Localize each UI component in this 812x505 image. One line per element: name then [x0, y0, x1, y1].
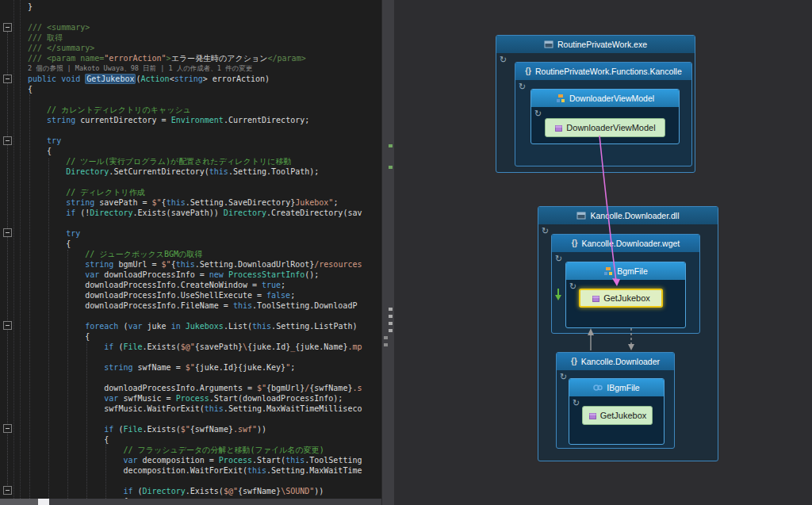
group-title: DownloaderViewModel [569, 94, 654, 103]
code-line: { [28, 331, 362, 342]
code-line: downloadProcessInfo.UseShellExecute = fa… [28, 290, 362, 300]
scrollbar-mark [384, 336, 388, 339]
code-line [28, 373, 362, 383]
assembly-icon [576, 211, 586, 220]
group-title: IBgmFile [607, 383, 639, 392]
code-line: Directory.SetCurrentDirectory(this.Setti… [28, 166, 362, 177]
group-title: RoutinePrivateWork.exe [557, 40, 647, 49]
code-line: if (File.Exists($@"{savePath}\{juke.Id}_… [28, 342, 362, 352]
namespace-icon: {} [572, 239, 578, 247]
group-header[interactable]: BgmFile [566, 262, 685, 280]
map-group-class-bgmfile[interactable]: BgmFile ↻ GetJukebox [565, 262, 686, 328]
refetch-children-icon[interactable]: ↻ [573, 399, 580, 407]
code-line: decomposition.WaitForExit(this.Setting.M… [28, 465, 362, 476]
map-group-namespace-downloader[interactable]: {} Kancolle.Downloader ↻ IBgmFile ↻ GetJ… [556, 352, 675, 449]
assembly-icon [544, 40, 553, 49]
code-line: // ディレクトリ作成 [28, 187, 362, 197]
map-group-assembly-exe[interactable]: RoutinePrivateWork.exe ↻ {} RoutinePriva… [496, 35, 695, 173]
map-group-class-downloaderviewmodel[interactable]: DownloaderViewModel ↻ DownloaderViewMode… [530, 89, 680, 144]
code-line: { [28, 146, 362, 156]
code-line: /// <param name="errorAction">エラー発生時のアクシ… [28, 53, 362, 63]
fold-marker[interactable] [3, 136, 12, 145]
map-group-interface-ibgmfile[interactable]: IBgmFile ↻ GetJukebox [569, 378, 665, 445]
code-line: { [28, 239, 362, 249]
code-line [28, 414, 362, 424]
fold-marker[interactable] [3, 424, 12, 433]
code-line: string bgmUrl = $"{this.Setting.Download… [28, 259, 362, 270]
code-line [28, 476, 362, 486]
map-node-getjukebox-interface[interactable]: GetJukebox [582, 406, 653, 425]
code-line: } [28, 2, 362, 12]
group-header[interactable]: DownloaderViewModel [531, 90, 679, 107]
map-group-namespace-wget[interactable]: {} Kancolle.Downloader.wget ↻ BgmFile ↻ … [551, 234, 700, 334]
fold-marker[interactable] [3, 23, 12, 32]
group-header[interactable]: Kancolle.Downloader.dll [538, 207, 718, 224]
group-title: Kancolle.Downloader.wget [582, 239, 680, 248]
fold-marker[interactable] [3, 75, 12, 83]
margin-guide [20, 0, 21, 505]
refetch-children-icon[interactable]: ↻ [555, 254, 562, 263]
node-label: GetJukebox [600, 411, 647, 420]
code-line: foreach (var juke in Jukeboxs.List(this.… [28, 321, 362, 331]
code-line: { [28, 434, 362, 445]
code-map-panel: RoutinePrivateWork.exe ↻ {} RoutinePriva… [394, 0, 812, 505]
code-line: var swfMusic = Process.Start(downloadPro… [28, 393, 362, 404]
map-node-downloaderviewmodel-method[interactable]: DownloaderViewModel [545, 118, 665, 137]
code-text[interactable]: }/// <summary>/// 取得/// </summary>/// <p… [28, 2, 362, 505]
refetch-children-icon[interactable]: ↻ [560, 373, 567, 381]
map-node-getjukebox-selected[interactable]: GetJukebox [579, 289, 663, 308]
code-line: /// <summary> [28, 22, 362, 33]
map-group-namespace-kancolle[interactable]: {} RoutinePrivateWork.Functions.Kancolle… [515, 62, 692, 166]
code-line: downloadProcessInfo.Arguments = $"{bgmUr… [28, 383, 362, 393]
namespace-icon: {} [571, 358, 577, 365]
codelens-info[interactable]: 2 個の参照 | Makoto Uwaya、98 日前 | 1 人の作成者、1 … [28, 63, 362, 74]
method-icon [592, 294, 600, 303]
group-header[interactable]: RoutinePrivateWork.exe [496, 36, 695, 53]
class-icon [556, 94, 565, 103]
refetch-children-icon[interactable]: ↻ [569, 282, 576, 291]
code-line [28, 352, 362, 362]
fold-marker[interactable] [3, 321, 12, 330]
code-line [28, 125, 362, 136]
code-line: downloadProcessInfo.FileName = this.Tool… [28, 300, 362, 311]
fold-marker[interactable] [3, 228, 12, 237]
fold-marker[interactable] [3, 486, 12, 495]
group-header[interactable]: {} RoutinePrivateWork.Functions.Kancolle [515, 63, 691, 80]
refetch-children-icon[interactable]: ↻ [542, 227, 549, 235]
code-line: string swfName = $"{juke.Id}{juke.Key}"; [28, 362, 362, 373]
refetch-children-icon[interactable]: ↻ [500, 55, 507, 64]
refetch-children-icon[interactable]: ↻ [519, 82, 526, 91]
group-title: RoutinePrivateWork.Functions.Kancolle [535, 67, 682, 76]
code-line: var downloadProcessInfo = new ProcessSta… [28, 270, 362, 280]
group-title: Kancolle.Downloader.dll [590, 211, 679, 220]
scrollbar-change-mark [389, 166, 393, 169]
code-line: // ジュークボックスBGMの取得 [28, 249, 362, 259]
margin-guide [13, 0, 14, 505]
node-label: GetJukebox [603, 293, 650, 303]
code-line: // ツール(実行プログラム)が配置されたディレクトリに移動 [28, 156, 362, 166]
group-header[interactable]: {} Kancolle.Downloader.wget [552, 235, 699, 252]
editor-vertical-scrollbar[interactable] [381, 0, 394, 505]
code-line: if (Directory.Exists($@"{swfName}\SOUND"… [28, 486, 362, 496]
editor-horizontal-scrollbar[interactable] [0, 499, 381, 505]
code-line [28, 94, 362, 105]
group-title: BgmFile [617, 266, 648, 276]
scrollbar-mark [384, 343, 388, 346]
code-editor[interactable]: }/// <summary>/// 取得/// </summary>/// <p… [0, 0, 381, 505]
map-group-assembly-dll[interactable]: Kancolle.Downloader.dll ↻ {} Kancolle.Do… [538, 206, 718, 461]
scrollbar-mark [389, 315, 393, 318]
namespace-icon: {} [525, 67, 531, 75]
code-line: swfMusic.WaitForExit(this.Setting.MaxWai… [28, 404, 362, 414]
code-line: downloadProcessInfo.CreateNoWindow = tru… [28, 280, 362, 290]
group-header[interactable]: IBgmFile [569, 379, 664, 396]
scrollbar-change-mark [389, 144, 393, 147]
group-header[interactable]: {} Kancolle.Downloader [557, 353, 674, 370]
node-label: DownloaderViewModel [566, 123, 655, 132]
scrollbar-mark [389, 322, 393, 325]
refetch-children-icon[interactable]: ↻ [534, 109, 542, 118]
scrollbar-thumb-highlight [38, 499, 49, 505]
code-line: // フラッシュデータの分解と移動(ファイル名の変更) [28, 445, 362, 455]
code-line [28, 311, 362, 321]
code-line [28, 12, 362, 22]
code-line: string currentDirectory = Environment.Cu… [28, 115, 362, 125]
